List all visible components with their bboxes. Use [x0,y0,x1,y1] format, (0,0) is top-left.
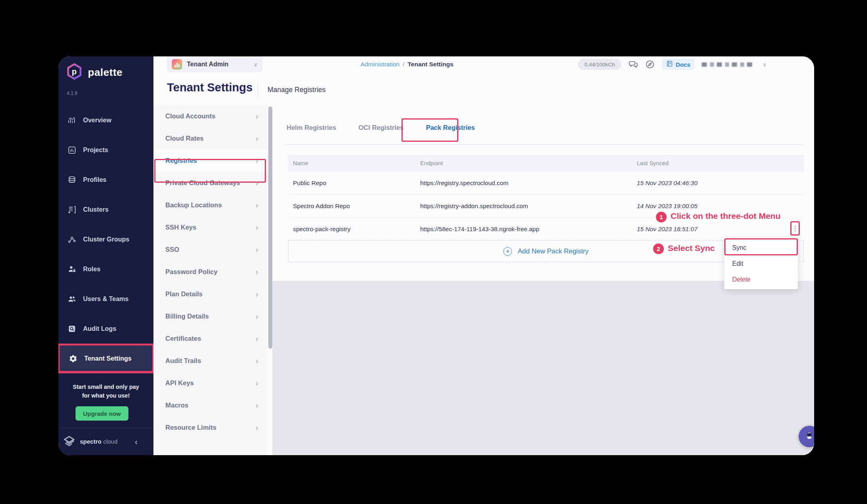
settings-nav-plan-details[interactable]: Plan Details› [153,283,267,305]
compass-icon[interactable] [645,60,655,69]
column-header-endpoint: Endpoint [420,160,637,166]
settings-nav-label: SSH Keys [165,224,256,231]
annotation-step2-text: Select Sync [668,243,715,253]
settings-nav-label: Private Cloud Gateways [165,179,256,187]
settings-nav-scrollbar[interactable] [268,105,272,455]
tab-helm-registries[interactable]: Helm Registries [284,120,339,139]
plus-icon: + [503,247,512,256]
settings-nav-billing-details[interactable]: Billing Details› [153,305,267,327]
chevron-right-icon: › [256,178,258,187]
app-version: 4.1.9 [67,91,78,96]
app-name: palette [88,66,122,79]
profiles-icon [67,175,77,185]
settings-nav-label: Cloud Rates [165,135,256,142]
annotation-step1-badge: 1 [656,212,667,222]
breadcrumb: Administration / Tenant Settings [361,56,454,72]
chevron-right-icon: › [256,112,258,121]
settings-nav-sso[interactable]: SSO› [153,238,267,261]
topbar: Tenant Admin ∨ Administration / Tenant S… [153,56,814,75]
breadcrumb-separator: / [403,61,404,68]
annotation-step1-text: Click on the three-dot Menu [671,211,781,221]
context-menu-delete[interactable]: Delete [724,272,798,288]
usage-pill: 0.44/100kCh [578,59,621,70]
table-header-row: Name Endpoint Last Synced [288,155,804,172]
settings-nav-backup-locations[interactable]: Backup Locations› [153,194,267,216]
pack-registries-table: Name Endpoint Last Synced Public Repo ht… [288,155,804,241]
tenant-scope-icon [172,59,182,70]
settings-nav-resource-limits[interactable]: Resource Limits› [153,416,267,438]
settings-nav-audit-trails[interactable]: Audit Trails› [153,350,267,372]
sidebar-item-label: Roles [83,266,101,273]
chevron-right-icon: › [256,223,258,232]
sidebar-item-overview[interactable]: Overview [58,105,153,135]
scrollbar-thumb[interactable] [268,106,272,349]
roles-icon [67,265,77,274]
chat-icon[interactable] [628,60,638,69]
table-row[interactable]: spectro-pack-registry https://58ec-174-1… [288,218,804,241]
settings-nav-private-cloud-gateways[interactable]: Private Cloud Gateways› [153,172,267,194]
settings-nav-ssh-keys[interactable]: SSH Keys› [153,216,267,238]
registry-endpoint: https://registry.spectrocloud.com [420,180,637,187]
chevron-right-icon: › [256,423,258,432]
context-menu-edit[interactable]: Edit [724,256,798,272]
sidebar-item-roles[interactable]: Roles [58,254,153,284]
project-scope-selector[interactable]: Tenant Admin ∨ [167,56,262,72]
sidebar-item-label: Cluster Groups [83,236,129,243]
settings-nav-label: Registries [165,157,256,164]
settings-nav-label: Resource Limits [165,424,256,431]
context-menu-sync[interactable]: Sync [724,240,798,256]
sidebar-item-projects[interactable]: Projects [58,135,153,165]
settings-nav-macros[interactable]: Macros› [153,394,267,416]
breadcrumb-administration-link[interactable]: Administration [361,61,400,68]
settings-nav-cloud-rates[interactable]: Cloud Rates› [153,127,267,149]
breadcrumb-current: Tenant Settings [408,61,454,68]
sidebar-item-label: Clusters [83,206,109,213]
settings-nav-label: Macros [165,402,256,409]
sidebar-item-users-teams[interactable]: Users & Teams [58,284,153,314]
tab-pack-registries[interactable]: Pack Registries [423,120,477,139]
collapse-sidebar-icon[interactable]: ‹ [135,437,138,446]
chevron-right-icon: › [256,201,258,210]
settings-nav-label: Plan Details [165,290,256,298]
sidebar-item-profiles[interactable]: Profiles [58,165,153,195]
sidebar-item-clusters[interactable]: Clusters [58,195,153,224]
registry-name: Spectro Addon Repo [293,203,420,210]
page-title: Tenant Settings [167,81,252,94]
chevron-right-icon: › [256,267,258,276]
app-window: p palette 4.1.9 Overview [58,56,814,455]
promo-text-line1: Start small and only pay [58,384,153,390]
three-dot-menu-button[interactable]: ⋮ [791,222,799,235]
chevron-right-icon: › [256,245,258,254]
registry-last-synced: 15 Nov 2023 18:51:07 [637,226,804,233]
sidebar-item-cluster-groups[interactable]: Cluster Groups [58,224,153,254]
tab-oci-registries[interactable]: OCI Registries [356,120,406,139]
upgrade-now-button[interactable]: Upgrade now [76,406,128,421]
settings-nav-api-keys[interactable]: API Keys› [153,372,267,394]
svg-text:p: p [72,67,77,76]
redacted-username [702,62,755,67]
chevron-right-icon: › [256,312,258,321]
chevron-right-icon: › [256,356,258,365]
settings-nav-label: Cloud Accounts [165,112,256,120]
docs-button[interactable]: Docs [662,59,695,70]
user-menu-caret-icon[interactable]: ∨ [762,62,766,68]
settings-nav-certificates[interactable]: Certificates› [153,327,267,350]
table-row[interactable]: Public Repo https://registry.spectroclou… [288,172,804,195]
promo-text-line2: for what you use! [58,392,153,399]
settings-nav-cloud-accounts[interactable]: Cloud Accounts› [153,105,267,127]
project-selector-label: Tenant Admin [187,61,249,68]
sidebar-item-audit-logs[interactable]: Audit Logs [58,314,153,344]
page-subtitle: Manage Registries [268,86,326,94]
sidebar-item-tenant-settings[interactable]: Tenant Settings [58,344,153,373]
brand-name-light: cloud [103,438,118,445]
sidebar-item-label: Users & Teams [83,295,128,303]
content-lower-background [272,281,814,455]
sidebar-nav: Overview Projects [58,105,153,373]
gear-icon [68,354,78,363]
users-teams-icon [67,294,77,304]
settings-nav-registries[interactable]: Registries› [153,149,267,172]
sidebar-footer: spectro cloud ‹ [58,428,153,455]
settings-nav-password-policy[interactable]: Password Policy› [153,261,267,283]
sidebar-item-label: Profiles [83,176,107,183]
registry-endpoint: https://58ec-174-119-143-38.ngrok-free.a… [420,226,637,233]
